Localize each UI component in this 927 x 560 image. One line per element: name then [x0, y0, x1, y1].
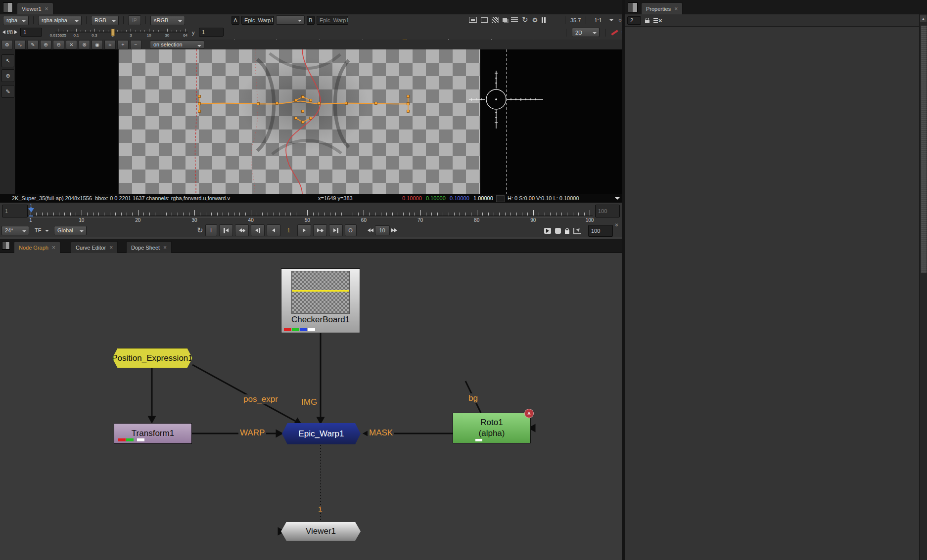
scroll-up-icon[interactable]: ▲	[920, 15, 927, 22]
roto-draw-icon[interactable]: ✎	[27, 40, 39, 49]
zoom-level[interactable]: 35.7	[570, 17, 581, 23]
roto-smooth-icon[interactable]: ◉	[92, 40, 103, 49]
out-frame-field[interactable]: 100	[588, 225, 613, 237]
props-tabbar: Properties×	[625, 0, 927, 15]
curve-view-icon[interactable]	[573, 228, 581, 234]
pane-menu-icon[interactable]	[628, 2, 638, 12]
viewer-input-number: 1	[317, 504, 324, 514]
frame-ruler[interactable]: 1102030405060708090100 1	[28, 204, 593, 223]
node-position-expression1[interactable]: Position_Expression1	[112, 348, 192, 368]
colorspace-dropdown[interactable]: sRGB	[150, 16, 185, 25]
step-fwd-10-icon[interactable]	[391, 228, 397, 232]
node-sublabel: (alpha)	[479, 428, 505, 439]
roto-curve-icon[interactable]: ∿	[14, 40, 26, 49]
max-panels-field[interactable]: 2	[627, 16, 641, 25]
gamma-field[interactable]: 1	[199, 28, 224, 37]
input-b-node[interactable]: Epic_Warp1	[317, 16, 348, 25]
chip-white	[137, 438, 144, 441]
roto-key-add-icon[interactable]: +	[117, 40, 129, 49]
input-range-button[interactable]: I	[205, 224, 217, 236]
chip-green	[126, 438, 134, 441]
input-a-node[interactable]: Epic_Warp1	[241, 16, 274, 25]
range-in-field[interactable]: 1	[2, 205, 28, 217]
roto-delete-icon[interactable]: ✕	[66, 40, 77, 49]
on-selection-dropdown[interactable]: on selection	[150, 41, 204, 49]
node-epic-warp1[interactable]: Epic_Warp1	[282, 423, 361, 444]
roto-add-point-icon[interactable]: ⊕	[40, 40, 51, 49]
viewer-canvas[interactable]: ↖ ⊕ ✎	[0, 49, 622, 194]
lock-icon[interactable]	[645, 20, 649, 23]
frame-display-icon[interactable]	[469, 17, 477, 23]
node-checkerboard1[interactable]: CheckerBoard1	[281, 268, 360, 333]
props-scrollbar[interactable]: ▲	[919, 14, 927, 560]
close-icon[interactable]: ×	[45, 5, 48, 12]
record-icon[interactable]	[555, 228, 561, 234]
scanline-icon[interactable]	[511, 17, 518, 23]
gain-next-icon[interactable]	[14, 30, 17, 34]
gear-icon[interactable]: ⚙	[532, 16, 538, 24]
play-forward-button[interactable]	[297, 224, 311, 236]
display-channel-dropdown[interactable]: RGB	[91, 16, 119, 25]
node-label: Transform1	[132, 429, 174, 438]
next-keyframe-button[interactable]	[313, 224, 327, 236]
chevron-expand-icon[interactable]: »	[613, 223, 620, 227]
point-tool-icon[interactable]: ⊕	[1, 69, 14, 82]
clear-all-icon[interactable]: ×	[653, 17, 662, 24]
output-range-button[interactable]: O	[345, 224, 357, 236]
range-mode-dropdown[interactable]: Global	[54, 226, 87, 235]
scrollbar-thumb[interactable]	[921, 25, 927, 273]
roto-remove-point-icon[interactable]: ⊖	[53, 40, 64, 49]
bezier-tool-icon[interactable]: ✎	[1, 85, 14, 98]
close-icon[interactable]: ×	[674, 5, 678, 12]
format-icon[interactable]	[481, 17, 488, 23]
gain-slider[interactable]: 0.0156250.10.313103064	[55, 27, 188, 38]
pane-menu-icon[interactable]	[3, 2, 13, 12]
refresh-icon[interactable]: ↻	[522, 15, 528, 24]
play-backward-button[interactable]	[267, 224, 280, 236]
wipe-icon[interactable]	[492, 17, 499, 23]
error-badge: A	[524, 409, 534, 418]
roto-blend-icon[interactable]: ≈	[104, 40, 116, 49]
fstop-label[interactable]: f/8	[7, 29, 13, 35]
gain-prev-icon[interactable]	[2, 30, 5, 34]
proxy-dropdown[interactable]: 1:1	[591, 15, 616, 25]
prev-keyframe-button[interactable]	[235, 224, 249, 236]
playback-viewer-icon[interactable]	[544, 228, 551, 234]
goto-end-button[interactable]	[329, 224, 343, 236]
roto-key-del-icon[interactable]: −	[130, 40, 141, 49]
fps-dropdown[interactable]: 24*	[1, 226, 29, 235]
pause-icon[interactable]	[542, 17, 546, 23]
goto-start-button[interactable]	[219, 224, 233, 236]
status-dropdown-icon[interactable]	[615, 197, 620, 202]
channels-dropdown[interactable]: rgba	[3, 16, 29, 25]
step-back-button[interactable]	[251, 224, 265, 236]
wipe-dropdown[interactable]: -	[276, 15, 305, 25]
loop-mode-icon[interactable]: ↻	[197, 226, 203, 235]
timecode-dropdown[interactable]: TF	[32, 226, 51, 235]
layer-dropdown[interactable]: rgba.alpha	[38, 16, 82, 25]
lock-range-icon[interactable]	[565, 230, 569, 234]
roto-settings-icon[interactable]: ⚙	[1, 40, 13, 49]
input-process-button[interactable]: IP	[128, 15, 141, 25]
chip-white	[475, 439, 482, 441]
edge-label-warp: WARP	[238, 428, 266, 438]
playhead[interactable]: 1	[28, 204, 34, 216]
node-transform1[interactable]: Transform1	[114, 423, 192, 444]
overlay-icon[interactable]	[503, 18, 507, 22]
current-frame[interactable]: 1	[282, 227, 295, 233]
gain-field[interactable]: 1	[20, 28, 42, 37]
tab-properties[interactable]: Properties×	[641, 2, 683, 14]
tab-viewer1[interactable]: Viewer1 ×	[17, 2, 53, 14]
color-sample-icon[interactable]	[611, 30, 618, 36]
viewer-statusbar: 2K_Super_35(full-ap) 2048x1556 bbox: 0 0…	[0, 194, 622, 203]
slider-handle[interactable]	[111, 29, 114, 36]
view-mode-dropdown[interactable]: 2D	[572, 28, 600, 37]
roto-cusp-icon[interactable]: ⊗	[79, 40, 90, 49]
node-roto1[interactable]: Roto1 (alpha)	[453, 413, 531, 443]
range-out-field[interactable]: 100	[595, 205, 620, 217]
frame-step-field[interactable]: 10	[375, 225, 390, 235]
step-back-10-icon[interactable]	[368, 228, 373, 232]
select-tool-icon[interactable]: ↖	[1, 54, 14, 67]
edge-label-mask: MASK	[368, 428, 394, 438]
node-viewer1[interactable]: Viewer1	[281, 522, 361, 541]
